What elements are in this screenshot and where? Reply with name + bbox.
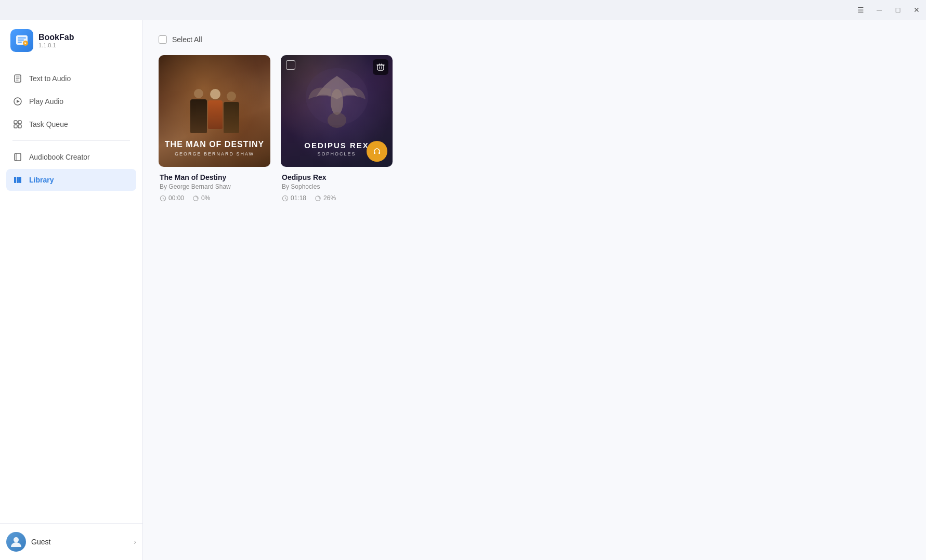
play-circle-icon: [12, 96, 23, 107]
svg-point-27: [331, 89, 343, 115]
cover-title-man-of-destiny: THE MAN OF DESTINY GEORGE BERNARD SHAW: [159, 140, 270, 157]
svg-rect-20: [19, 177, 21, 183]
nav-label-library: Library: [29, 176, 54, 184]
svg-point-21: [14, 537, 19, 542]
svg-rect-1: [18, 37, 26, 38]
svg-rect-12: [14, 121, 17, 124]
window-controls: ☰ ─ □ ✕: [855, 5, 922, 15]
svg-rect-19: [17, 177, 19, 183]
svg-rect-3: [18, 42, 22, 43]
book-meta-oedipus-rex: 01:18 26%: [282, 194, 392, 202]
sidebar-item-play-audio[interactable]: Play Audio: [6, 90, 136, 112]
chevron-right-icon: ›: [134, 538, 136, 546]
book-icon: [12, 152, 23, 162]
select-all-label[interactable]: Select All: [172, 35, 202, 44]
cover-bg-oedipus-rex: OEDIPUS REX SOPHOCLES: [281, 55, 393, 167]
book-duration-man-of-destiny: 00:00: [160, 194, 184, 202]
svg-rect-13: [18, 121, 21, 124]
book-duration-oedipus-rex: 01:18: [282, 194, 306, 202]
user-profile[interactable]: Guest ›: [0, 523, 142, 560]
book-meta-man-of-destiny: 00:00 0%: [160, 194, 269, 202]
grid-icon: [12, 119, 23, 129]
app-logo: BookFab 1.1.0.1: [0, 20, 142, 62]
svg-line-40: [285, 198, 286, 199]
book-cover-oedipus-rex: OEDIPUS REX SOPHOCLES: [281, 55, 393, 167]
svg-rect-14: [14, 125, 17, 128]
svg-rect-29: [377, 65, 384, 70]
app-layout: BookFab 1.1.0.1 Text to Audio: [0, 20, 926, 560]
sidebar-item-task-queue[interactable]: Task Queue: [6, 113, 136, 135]
oedipus-play-button[interactable]: [367, 141, 387, 162]
maximize-button[interactable]: □: [893, 5, 903, 15]
cover-bg-man-of-destiny: THE MAN OF DESTINY GEORGE BERNARD SHAW: [159, 55, 270, 167]
svg-rect-2: [18, 40, 24, 41]
oedipus-checkbox[interactable]: [286, 60, 295, 70]
logo-text: BookFab 1.1.0.1: [38, 33, 74, 48]
book-info-oedipus-rex: Oedipus Rex By Sophocles 01:18 26%: [281, 173, 393, 202]
oedipus-delete-button[interactable]: [373, 59, 388, 75]
svg-marker-11: [17, 100, 20, 103]
book-card-oedipus-rex[interactable]: OEDIPUS REX SOPHOCLES Oedipus Rex By Sop…: [281, 55, 393, 202]
book-cover-man-of-destiny: THE MAN OF DESTINY GEORGE BERNARD SHAW: [159, 55, 270, 167]
book-card-man-of-destiny[interactable]: THE MAN OF DESTINY GEORGE BERNARD SHAW T…: [159, 55, 270, 202]
close-button[interactable]: ✕: [911, 5, 922, 15]
book-progress-oedipus-rex: 26%: [315, 194, 336, 202]
nav-label-play-audio: Play Audio: [29, 97, 63, 106]
select-all-row: Select All: [159, 35, 910, 44]
book-title-oedipus-rex: Oedipus Rex: [282, 173, 392, 181]
main-content: Select All: [143, 20, 926, 560]
cover-figures: [159, 55, 270, 138]
document-icon: [12, 73, 23, 84]
select-all-checkbox[interactable]: [159, 35, 167, 44]
sidebar-item-audiobook-creator[interactable]: Audiobook Creator: [6, 146, 136, 168]
book-info-man-of-destiny: The Man of Destiny By George Bernard Sha…: [159, 173, 270, 202]
nav-label-text-to-audio: Text to Audio: [29, 74, 71, 83]
user-name: Guest: [31, 538, 128, 546]
library-icon: [12, 175, 23, 185]
sidebar-item-library[interactable]: Library: [6, 169, 136, 191]
app-version: 1.1.0.1: [38, 42, 74, 48]
nav-label-audiobook-creator: Audiobook Creator: [29, 153, 90, 161]
book-title-man-of-destiny: The Man of Destiny: [160, 173, 269, 181]
book-grid: THE MAN OF DESTINY GEORGE BERNARD SHAW T…: [159, 55, 910, 202]
svg-rect-16: [15, 153, 21, 161]
svg-rect-37: [379, 152, 380, 154]
title-bar: ☰ ─ □ ✕: [0, 0, 926, 20]
nav-divider: [12, 140, 130, 141]
book-author-man-of-destiny: By George Bernard Shaw: [160, 183, 269, 190]
svg-rect-36: [374, 152, 375, 154]
svg-line-24: [163, 198, 164, 199]
svg-point-35: [372, 147, 382, 156]
sidebar-nav: Text to Audio Play Audio: [0, 62, 142, 523]
menu-button[interactable]: ☰: [855, 5, 866, 15]
svg-rect-15: [18, 125, 21, 128]
svg-point-28: [328, 112, 346, 128]
minimize-button[interactable]: ─: [874, 5, 884, 15]
sidebar: BookFab 1.1.0.1 Text to Audio: [0, 20, 143, 560]
book-progress-man-of-destiny: 0%: [192, 194, 210, 202]
app-name: BookFab: [38, 33, 74, 42]
book-author-oedipus-rex: By Sophocles: [282, 183, 392, 190]
avatar: [6, 532, 26, 552]
logo-icon: [10, 29, 33, 52]
svg-rect-18: [14, 177, 16, 183]
nav-label-task-queue: Task Queue: [29, 120, 68, 128]
sidebar-item-text-to-audio[interactable]: Text to Audio: [6, 68, 136, 89]
